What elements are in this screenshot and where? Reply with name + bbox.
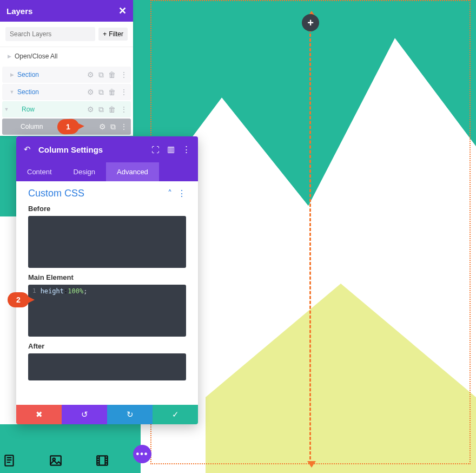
trash-icon[interactable]: 🗑 bbox=[108, 88, 116, 96]
chevron-down-icon[interactable]: ▼ bbox=[8, 89, 16, 95]
bg-yellow-shape bbox=[206, 284, 476, 473]
modal-title: Column Settings bbox=[38, 145, 144, 154]
before-css-input[interactable] bbox=[28, 216, 186, 268]
after-css-input[interactable] bbox=[28, 353, 186, 380]
back-icon[interactable]: ↶ bbox=[24, 144, 31, 154]
section-title-row: Custom CSS ˄ ⋮ bbox=[28, 188, 186, 199]
tab-content[interactable]: Content bbox=[16, 162, 63, 181]
kebab-icon[interactable]: ⋮ bbox=[120, 123, 128, 130]
gear-icon[interactable]: ⚙ bbox=[87, 88, 94, 96]
undo-button[interactable]: ↺ bbox=[62, 405, 107, 424]
tree-row-tools: ⚙ ⧉ 🗑 ⋮ bbox=[84, 88, 131, 96]
tree-row-tools: ⚙ ⧉ ⋮ bbox=[96, 123, 131, 130]
save-button[interactable]: ✓ bbox=[153, 405, 198, 424]
duplicate-icon[interactable]: ⧉ bbox=[98, 106, 104, 113]
filter-button[interactable]: + Filter bbox=[98, 28, 128, 41]
tree-row-row[interactable]: ▼ Row ⚙ ⧉ 🗑 ⋮ bbox=[2, 101, 131, 117]
image-icon bbox=[49, 454, 63, 470]
modal-header[interactable]: ↶ Column Settings ⛶ ▥ ⋮ bbox=[16, 136, 198, 162]
expand-icon[interactable]: ⛶ bbox=[151, 145, 160, 154]
kebab-icon[interactable]: ⋮ bbox=[120, 106, 128, 113]
duplicate-icon[interactable]: ⧉ bbox=[110, 123, 116, 130]
chevron-right-icon: ▶ bbox=[8, 54, 11, 59]
layers-title: Layers bbox=[6, 6, 32, 16]
kebab-icon[interactable]: ⋮ bbox=[177, 188, 186, 199]
modal-body: Custom CSS ˄ ⋮ Before Main Element 1 hei… bbox=[16, 181, 198, 405]
plus-icon: + bbox=[103, 30, 107, 38]
main-element-css-input[interactable]: 1 height:100%; bbox=[28, 285, 186, 337]
document-icon bbox=[2, 454, 16, 470]
tab-advanced[interactable]: Advanced bbox=[106, 162, 159, 181]
open-close-label: Open/Close All bbox=[15, 52, 57, 60]
tree-row-tools: ⚙ ⧉ 🗑 ⋮ bbox=[84, 71, 131, 78]
duplicate-icon[interactable]: ⧉ bbox=[98, 88, 104, 96]
tree-row-tools: ⚙ ⧉ 🗑 ⋮ bbox=[84, 106, 131, 113]
section-controls: ˄ ⋮ bbox=[168, 188, 186, 199]
tree-label: Section bbox=[16, 88, 84, 96]
kebab-icon[interactable]: ⋮ bbox=[182, 144, 190, 154]
css-semicolon: ; bbox=[83, 287, 87, 295]
tree-row-section[interactable]: ▼ Section ⚙ ⧉ 🗑 ⋮ bbox=[2, 84, 131, 100]
field-label-after: After bbox=[28, 342, 186, 350]
chevron-down-icon[interactable]: ▼ bbox=[2, 107, 11, 112]
trash-icon[interactable]: 🗑 bbox=[108, 71, 116, 78]
gear-icon[interactable]: ⚙ bbox=[99, 123, 106, 130]
close-icon[interactable]: ✕ bbox=[118, 5, 127, 17]
svg-rect-4 bbox=[50, 456, 61, 465]
field-label-main: Main Element bbox=[28, 273, 186, 281]
columns-icon[interactable]: ▥ bbox=[167, 144, 175, 154]
column-settings-modal: ↶ Column Settings ⛶ ▥ ⋮ Content Design A… bbox=[16, 136, 198, 424]
search-input[interactable] bbox=[5, 27, 95, 41]
tree-label: Row bbox=[11, 106, 84, 113]
gear-icon[interactable]: ⚙ bbox=[87, 106, 94, 113]
layers-header: Layers ✕ bbox=[0, 0, 133, 22]
layers-filter-row: + Filter bbox=[0, 22, 133, 47]
annotation-badge-1: 1 bbox=[57, 119, 80, 134]
trash-icon[interactable]: 🗑 bbox=[108, 106, 116, 113]
bottom-icon-row bbox=[0, 452, 130, 471]
gear-icon[interactable]: ⚙ bbox=[87, 71, 94, 78]
open-close-all-toggle[interactable]: ▶ Open/Close All bbox=[0, 47, 133, 65]
css-code: height:100%; bbox=[41, 287, 88, 295]
tree-row-section[interactable]: ▶ Section ⚙ ⧉ 🗑 ⋮ bbox=[2, 67, 131, 83]
cancel-button[interactable]: ✖ bbox=[16, 405, 62, 424]
modal-footer: ✖ ↺ ↻ ✓ bbox=[16, 405, 198, 424]
kebab-icon[interactable]: ⋮ bbox=[120, 88, 128, 96]
filter-label: Filter bbox=[109, 30, 123, 38]
fab-menu-button[interactable]: ••• bbox=[133, 445, 151, 463]
add-module-button[interactable]: + bbox=[302, 14, 319, 31]
section-title: Custom CSS bbox=[28, 188, 84, 199]
chevron-up-icon[interactable]: ˄ bbox=[168, 188, 172, 199]
film-icon bbox=[95, 454, 109, 470]
line-number: 1 bbox=[32, 287, 41, 294]
redo-button[interactable]: ↻ bbox=[107, 405, 153, 424]
chevron-right-icon[interactable]: ▶ bbox=[8, 72, 16, 77]
css-property: height bbox=[41, 287, 64, 295]
tree-label: Section bbox=[16, 71, 84, 78]
field-label-before: Before bbox=[28, 205, 186, 213]
kebab-icon[interactable]: ⋮ bbox=[120, 71, 128, 78]
layers-panel: Layers ✕ + Filter ▶ Open/Close All ▶ Sec… bbox=[0, 0, 133, 136]
duplicate-icon[interactable]: ⧉ bbox=[98, 71, 104, 78]
tab-design[interactable]: Design bbox=[63, 162, 106, 181]
css-value: 100% bbox=[68, 287, 83, 295]
modal-tabs: Content Design Advanced bbox=[16, 162, 198, 181]
annotation-badge-2: 2 bbox=[8, 292, 29, 307]
